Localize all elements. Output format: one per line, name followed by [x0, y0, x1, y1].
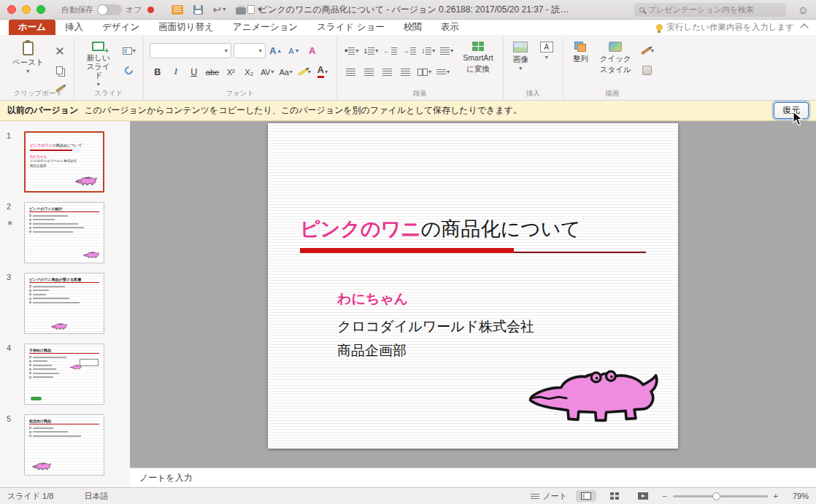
- insert-picture-button[interactable]: 画像 ▾: [509, 39, 532, 74]
- paste-button[interactable]: ペースト ▾: [9, 39, 47, 77]
- align-center-button[interactable]: [361, 64, 377, 80]
- font-size-select[interactable]: ▾: [234, 43, 266, 58]
- tab-slideshow[interactable]: スライド ショー: [307, 20, 394, 35]
- text-highlight-button[interactable]: ▾: [296, 64, 312, 80]
- print-icon[interactable]: [236, 7, 246, 15]
- tab-insert[interactable]: 挿入: [55, 20, 93, 35]
- slide-layout-button[interactable]: ▾: [121, 43, 137, 59]
- new-slide-button[interactable]: 新しいスライド ▾: [80, 39, 117, 90]
- feedback-smiley-icon[interactable]: ☺: [798, 4, 809, 16]
- align-text-button[interactable]: ▾: [435, 64, 451, 80]
- change-case-button[interactable]: Aa▾: [277, 64, 293, 80]
- notes-pane[interactable]: ノートを入力: [130, 468, 816, 487]
- reset-slide-button[interactable]: [121, 62, 137, 78]
- toolbar-options-chevron-icon[interactable]: ▼: [256, 7, 263, 13]
- slide-author[interactable]: わにちゃん: [337, 290, 408, 309]
- text-direction-button[interactable]: ▾: [439, 43, 455, 59]
- search-box[interactable]: [634, 3, 786, 17]
- tab-animations[interactable]: アニメーション: [223, 20, 307, 35]
- columns-button[interactable]: ▾: [416, 64, 433, 80]
- slide-thumbnail-2[interactable]: ピンクのワニの紹介: [24, 202, 104, 263]
- previous-version-bar: 以前のバージョン このバージョンからコンテンツをコピーしたり、このバージョンを別…: [0, 101, 816, 121]
- slide-company[interactable]: クロコダイルワールド株式会社: [337, 317, 534, 336]
- version-bar-title: 以前のバージョン: [7, 104, 78, 117]
- crocodile-drawing[interactable]: [526, 370, 661, 434]
- slide-department[interactable]: 商品企画部: [337, 341, 407, 360]
- slide-title-pink: ピンクのワニ: [300, 218, 421, 240]
- tab-transitions[interactable]: 画面切り替え: [149, 20, 223, 35]
- autosave-toggle[interactable]: [97, 4, 122, 15]
- zoom-out-button[interactable]: −: [662, 492, 666, 500]
- zoom-slider-knob[interactable]: [712, 492, 720, 500]
- decrease-indent-button[interactable]: ←: [382, 43, 399, 59]
- paragraph-group-label: 段落: [337, 89, 503, 98]
- bold-button[interactable]: B: [150, 64, 166, 80]
- superscript-button[interactable]: X²: [223, 64, 239, 80]
- quick-styles-button[interactable]: クイック スタイル: [596, 39, 635, 77]
- tell-me-box[interactable]: 実行したい作業内容を入力します: [656, 20, 816, 35]
- underline-button[interactable]: U: [186, 64, 202, 80]
- shape-outline-button[interactable]: ▾: [639, 43, 655, 59]
- tab-design[interactable]: デザイン: [93, 20, 149, 35]
- slide-thumbnail-1[interactable]: ピンクのワニの商品化について わにちゃん クロコダイルワールド株式会社 商品企画…: [24, 131, 104, 193]
- normal-view-button[interactable]: [576, 490, 596, 502]
- justify-button[interactable]: [398, 64, 414, 80]
- chevron-down-icon: ▾: [447, 69, 450, 75]
- slide-title[interactable]: ピンクのワニの商品化について: [300, 217, 581, 242]
- slide-sorter-view-button[interactable]: [605, 490, 624, 502]
- convert-to-smartart-button[interactable]: SmartArt に変換: [459, 39, 496, 76]
- increase-font-size-button[interactable]: A▲: [268, 43, 284, 59]
- align-left-button[interactable]: [343, 64, 359, 80]
- align-right-button[interactable]: [380, 64, 396, 80]
- zoom-percentage[interactable]: 79%: [787, 492, 809, 500]
- columns-icon: [417, 69, 428, 76]
- workbook-icon[interactable]: [172, 5, 183, 15]
- tab-view[interactable]: 表示: [431, 20, 469, 35]
- language-indicator[interactable]: 日本語: [84, 491, 108, 502]
- zoom-in-button[interactable]: +: [774, 492, 778, 500]
- chevron-down-icon: ▾: [133, 48, 136, 54]
- titlebar: 自動保存 オフ ↩ ▾ ▼ ピンクのワニの商品化について - バージョン 0.2…: [0, 0, 816, 20]
- undo-button[interactable]: ↩ ▾: [213, 4, 226, 15]
- slide-thumbnail-5[interactable]: 幼児向け商品: [24, 414, 104, 476]
- search-input[interactable]: [648, 5, 781, 14]
- increase-indent-button[interactable]: →: [401, 43, 417, 59]
- mini-department: 商品企画部: [30, 164, 99, 169]
- italic-button[interactable]: I: [168, 64, 184, 80]
- cut-button[interactable]: [52, 43, 68, 59]
- slide-thumbnail-panel: 1 ピンクのワニの商品化について わにちゃん クロコダイルワールド株式会社 商品…: [0, 121, 130, 487]
- zoom-window-button[interactable]: [36, 5, 45, 14]
- chevron-down-icon: ▾: [290, 69, 293, 75]
- main-area: 1 ピンクのワニの商品化について わにちゃん クロコダイルワールド株式会社 商品…: [0, 121, 816, 487]
- picture-label: 画像: [513, 55, 528, 63]
- insert-text-box-button[interactable]: A ▾: [536, 39, 557, 63]
- shape-fill-button[interactable]: [639, 62, 655, 78]
- tab-review[interactable]: 校閲: [394, 20, 431, 35]
- character-spacing-button[interactable]: AV▾: [259, 64, 275, 80]
- mini-company: クロコダイルワールド株式会社: [30, 159, 99, 164]
- slide-thumbnail-3[interactable]: ピンクのワニ商品が受ける客層: [24, 273, 104, 334]
- title-underline-thick: [300, 248, 514, 253]
- notes-button-label: ノート: [543, 491, 568, 502]
- decrease-font-size-button[interactable]: A▼: [286, 43, 302, 59]
- copy-button[interactable]: [52, 62, 68, 78]
- slide-thumbnail-4[interactable]: 子供向け商品: [24, 344, 104, 405]
- bullets-button[interactable]: •▾: [343, 43, 360, 59]
- zoom-slider[interactable]: [673, 495, 768, 497]
- font-name-select[interactable]: ▾: [150, 43, 231, 58]
- line-spacing-button[interactable]: ↕▾: [420, 43, 436, 59]
- arrange-button[interactable]: 整列: [569, 39, 592, 66]
- tab-home[interactable]: ホーム: [9, 20, 55, 35]
- font-color-button[interactable]: A▾: [315, 64, 331, 80]
- save-icon[interactable]: [193, 5, 203, 15]
- subscript-button[interactable]: X₂: [241, 64, 257, 80]
- numbering-button[interactable]: 1▾: [362, 43, 380, 59]
- slideshow-view-button[interactable]: [633, 490, 653, 502]
- notes-toggle-button[interactable]: ノート: [531, 491, 568, 502]
- clear-formatting-button[interactable]: A: [304, 43, 320, 59]
- close-window-button[interactable]: [7, 5, 16, 14]
- slide[interactable]: ピンクのワニの商品化について わにちゃん クロコダイルワールド株式会社 商品企画…: [268, 123, 678, 449]
- strikethrough-button[interactable]: abe: [204, 64, 220, 80]
- minimize-window-button[interactable]: [22, 5, 31, 14]
- mini-title-pink: ピンクのワニ: [30, 143, 53, 147]
